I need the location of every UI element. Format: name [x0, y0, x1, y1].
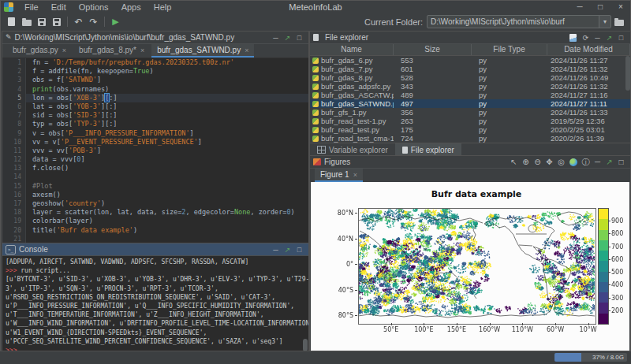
column-header[interactable]: Date Modified: [547, 44, 630, 55]
browse-folder-button[interactable]: [611, 15, 626, 28]
menu-help[interactable]: Help: [147, 2, 178, 13]
refresh-icon[interactable]: ⟳: [580, 34, 592, 42]
editor-tab-label: bufr_gdas_SATWND.py: [157, 46, 241, 54]
editor-tabbar: bufr_gdas.py×bufr_gdas_8.py*×bufr_gdas_S…: [2, 44, 308, 58]
editor-tab[interactable]: bufr_gdas_SATWND.py×: [151, 44, 254, 58]
console-panel-controls: ─ ↗ □: [270, 246, 305, 254]
run-script-button[interactable]: ▶: [108, 15, 123, 28]
window-maximize-button[interactable]: □: [590, 2, 610, 11]
code-line[interactable]: 15#Plot: [2, 182, 308, 191]
y-tick-label: 40°N: [322, 236, 353, 243]
console-scrollbar-thumb[interactable]: [303, 339, 308, 351]
table-row[interactable]: bufr_gdas_6.py553py2024/11/26 11:27: [310, 56, 630, 65]
chevron-down-icon[interactable]: ▾: [599, 16, 610, 28]
code-line[interactable]: 4print(obs.varnames): [2, 85, 308, 94]
tab-variable-explorer[interactable]: Variable explorer: [310, 143, 395, 156]
code-line[interactable]: 13f.close(): [2, 164, 308, 173]
console-output[interactable]: [ADPUPA, AIRCFT, SATWND, VADWND, ADPSFC,…: [2, 256, 308, 353]
select-cursor-icon[interactable]: ↖: [508, 158, 520, 166]
x-tick-mark: [555, 323, 556, 325]
code-line[interactable]: 9v = obs['P___INFO_PRESSURE_INFORMATION'…: [2, 129, 308, 138]
panel-maximize-icon[interactable]: □: [293, 246, 305, 254]
code-line[interactable]: 1fn = 'D:/Temp/bufr/prepbufr.gdas.202303…: [2, 58, 308, 67]
code-line[interactable]: 11vvv = vv['POB-3']: [2, 147, 308, 155]
full-extent-icon[interactable]: ◎: [555, 158, 567, 166]
code-line[interactable]: 10vv = v['P__EVENT_PRESSURE_EVENT_SEQUEN…: [2, 138, 308, 147]
current-folder-combobox[interactable]: D:\Working\MIScript\Jython\mis\io\burf ▾: [427, 15, 611, 28]
open-file-button[interactable]: [19, 15, 34, 28]
file-size-cell: 724: [394, 134, 472, 143]
menu-apps[interactable]: Apps: [115, 2, 147, 13]
redo-button[interactable]: ↷: [86, 15, 101, 28]
figure-tab[interactable]: Figure 1 ×: [315, 169, 363, 182]
panel-minimize-icon[interactable]: ─: [270, 34, 282, 42]
close-icon[interactable]: ×: [353, 171, 357, 179]
editor-tab[interactable]: bufr_gdas_8.py*×: [73, 44, 150, 58]
close-icon[interactable]: ×: [62, 46, 66, 54]
editor-tab[interactable]: bufr_gdas.py×: [7, 44, 72, 58]
panel-maximize-icon[interactable]: □: [615, 34, 627, 42]
tab-file-explorer[interactable]: File explorer: [395, 143, 461, 156]
close-icon[interactable]: ×: [245, 46, 248, 54]
file-date-cell: 2024/11/27 11:16: [547, 91, 630, 99]
code-line[interactable]: 3obs = f['SATWND']: [2, 76, 308, 84]
panel-minimize-icon[interactable]: ─: [592, 34, 603, 42]
table-row[interactable]: bufr_gdas_SATWND.py497py2024/11/27 11:11: [310, 99, 630, 108]
menu-options[interactable]: Options: [73, 2, 115, 13]
window-close-button[interactable]: ×: [610, 2, 631, 11]
code-line[interactable]: 7sid = obs['SID-3'][:]: [2, 111, 308, 120]
table-row[interactable]: bufr_gfs_1.py356py2024/11/26 11:33: [310, 108, 630, 117]
figure-plot-area[interactable]: Bufr data example: [311, 182, 629, 351]
window-minimize-button[interactable]: ─: [569, 2, 590, 11]
code-line[interactable]: 16axesm(): [2, 191, 308, 199]
code-line[interactable]: 17geoshow('country'): [2, 199, 308, 208]
globe-icon[interactable]: [569, 158, 577, 166]
table-row[interactable]: bufr_gdas_adpsfc.py343py2024/11/26 11:32: [310, 82, 630, 91]
panel-maximize-icon[interactable]: □: [615, 158, 627, 166]
column-header[interactable]: Size: [394, 44, 472, 55]
zoom-out-icon[interactable]: ⊖: [532, 158, 543, 166]
code-line[interactable]: 5lon = obs['XOB-3'][:]: [2, 94, 308, 102]
column-header[interactable]: Name: [310, 44, 394, 55]
current-folder-label: Current Folder:: [364, 17, 423, 27]
table-row[interactable]: bufr_gdas_8.py528py2024/11/26 10:49: [310, 73, 630, 82]
menu-edit[interactable]: Edit: [45, 2, 73, 13]
panel-float-icon[interactable]: ↗: [282, 246, 293, 254]
code-line[interactable]: 6lat = obs['YOB-3'][:]: [2, 102, 308, 111]
code-line[interactable]: 14: [2, 173, 308, 181]
pan-icon[interactable]: ✥: [543, 158, 555, 166]
code-line[interactable]: 19colorbar(layer): [2, 217, 308, 225]
code-editor[interactable]: 1fn = 'D:/Temp/bufr/prepbufr.gdas.202303…: [2, 58, 308, 243]
save-button[interactable]: [34, 15, 49, 28]
zoom-in-icon[interactable]: ⊕: [520, 158, 532, 166]
column-header[interactable]: File Type: [472, 44, 547, 55]
file-table-scrollbar-thumb[interactable]: [625, 56, 630, 91]
console-line: u'W___INFO_WIND_INFORMATION', u'DRFTINFO…: [6, 319, 308, 328]
code-line[interactable]: 2f = addfile(fn, keepopen=True): [2, 67, 308, 76]
code-line[interactable]: 20title('Bufr data example'): [2, 226, 308, 235]
code-line[interactable]: 8typ = obs['TYP-3'][:]: [2, 120, 308, 128]
panel-maximize-icon[interactable]: □: [293, 34, 305, 42]
identify-icon[interactable]: ⓘ: [580, 157, 592, 168]
panel-float-icon[interactable]: ↗: [603, 34, 615, 42]
code-line[interactable]: 21: [2, 235, 308, 243]
table-row[interactable]: bufr_read_test-1.py263py2019/5/29 12:36: [310, 117, 630, 125]
table-row[interactable]: bufr_gdas_ASCATW.py489py2024/11/27 11:16: [310, 91, 630, 99]
new-file-button[interactable]: [4, 15, 19, 28]
panel-float-icon[interactable]: ↗: [603, 158, 615, 166]
table-row[interactable]: bufr_gdas_7.py601py2024/11/26 11:32: [310, 65, 630, 73]
new-file-icon[interactable]: [569, 34, 577, 42]
panel-float-icon[interactable]: ↗: [282, 34, 293, 42]
code-line[interactable]: 18layer = scatter(lon, lat, data, size=2…: [2, 208, 308, 217]
save-as-button[interactable]: [49, 15, 64, 28]
table-row[interactable]: bufr_read_test_cma-1.py724py2020/2/26 11…: [310, 134, 630, 143]
panel-minimize-icon[interactable]: ─: [592, 158, 603, 166]
code-line[interactable]: 12data = vvv[0]: [2, 155, 308, 164]
panel-minimize-icon[interactable]: ─: [270, 246, 282, 254]
undo-button[interactable]: ↶: [71, 15, 86, 28]
table-row[interactable]: bufr_read_test.py175py2020/2/25 03:01: [310, 125, 630, 134]
menu-file[interactable]: File: [18, 2, 45, 13]
close-icon[interactable]: ×: [140, 46, 144, 54]
file-name-cell: bufr_gdas_ASCATW.py: [310, 91, 394, 99]
file-date-cell: 2024/11/26 10:49: [547, 73, 630, 82]
